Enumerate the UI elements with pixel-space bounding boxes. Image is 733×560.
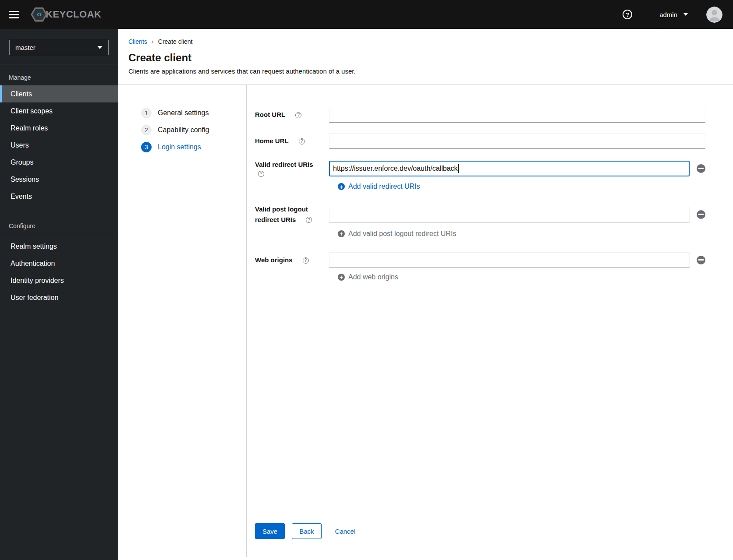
realm-selector[interactable]: master bbox=[9, 40, 109, 55]
save-button[interactable]: Save bbox=[255, 523, 285, 539]
add-valid-redirect-uris-button[interactable]: Add valid redirect URIs bbox=[338, 183, 420, 190]
root-url-label: Root URL bbox=[255, 111, 292, 118]
sidebar-item-events[interactable]: Events bbox=[0, 188, 118, 205]
breadcrumb-clients-link[interactable]: Clients bbox=[128, 38, 147, 45]
sidebar-item-realm-roles[interactable]: Realm roles bbox=[0, 120, 118, 137]
step-number: 2 bbox=[141, 125, 152, 135]
sidebar-item-authentication[interactable]: Authentication bbox=[0, 255, 118, 272]
valid-post-logout-redirect-uris-input[interactable] bbox=[329, 207, 690, 222]
user-dropdown[interactable]: admin bbox=[659, 11, 688, 18]
page-title: Create client bbox=[128, 52, 722, 64]
form-actions: Save Back Cancel bbox=[255, 506, 705, 539]
home-url-input[interactable] bbox=[329, 133, 705, 149]
keycloak-logo: ‹› KEYCLOAK bbox=[31, 7, 101, 22]
main-content: Clients › Create client Create client Cl… bbox=[118, 29, 733, 560]
sidebar-item-sessions[interactable]: Sessions bbox=[0, 171, 118, 188]
breadcrumb-separator-icon: › bbox=[152, 38, 154, 45]
step-number: 3 bbox=[141, 142, 152, 152]
brand-text: KEYCLOAK bbox=[46, 9, 101, 20]
chevron-down-icon bbox=[683, 13, 688, 16]
remove-redirect-uri-icon[interactable] bbox=[697, 164, 705, 173]
nav-group-title-manage: Manage bbox=[0, 64, 118, 85]
chevron-down-icon bbox=[97, 46, 103, 49]
remove-post-logout-uri-icon[interactable] bbox=[697, 210, 705, 219]
valid-redirect-uris-input[interactable]: https://issuer.enforce.dev/oauth/callbac… bbox=[329, 161, 690, 176]
text-cursor bbox=[458, 164, 459, 173]
help-icon[interactable]: ? bbox=[299, 138, 305, 144]
root-url-row: Root URL? bbox=[255, 107, 705, 123]
sidebar-item-users[interactable]: Users bbox=[0, 137, 118, 154]
help-icon[interactable]: ? bbox=[295, 112, 301, 118]
page-header: Clients › Create client Create client Cl… bbox=[118, 29, 733, 85]
plus-circle-icon bbox=[338, 230, 345, 237]
sidebar-item-realm-settings[interactable]: Realm settings bbox=[0, 238, 118, 255]
nav-section-manage: Manage Clients Client scopes Realm roles… bbox=[0, 64, 118, 205]
help-icon[interactable]: ? bbox=[306, 217, 312, 223]
sidebar-item-user-federation[interactable]: User federation bbox=[0, 289, 118, 306]
avatar[interactable] bbox=[706, 7, 722, 23]
remove-web-origin-icon[interactable] bbox=[697, 256, 705, 264]
home-url-label: Home URL bbox=[255, 137, 296, 144]
breadcrumb-current: Create client bbox=[158, 38, 193, 45]
nav-toggle-icon[interactable] bbox=[9, 11, 19, 18]
help-icon[interactable]: ? bbox=[303, 257, 309, 264]
plus-circle-icon bbox=[338, 274, 345, 281]
page-description: Clients are applications and services th… bbox=[128, 67, 722, 75]
valid-post-logout-redirect-uris-row: Valid post logout redirect URIs? Add val… bbox=[255, 204, 705, 239]
breadcrumb: Clients › Create client bbox=[128, 38, 722, 45]
valid-redirect-uris-row: Valid redirect URIs? https://issuer.enfo… bbox=[255, 159, 705, 192]
sidebar-item-groups[interactable]: Groups bbox=[0, 154, 118, 171]
realm-selector-value: master bbox=[15, 44, 35, 51]
masthead: ‹› KEYCLOAK ? admin bbox=[0, 0, 733, 29]
wizard-nav: 1 General settings 2 Capability config 3… bbox=[118, 85, 246, 557]
web-origins-input[interactable] bbox=[329, 252, 690, 268]
plus-circle-icon bbox=[338, 183, 345, 190]
sidebar: master Manage Clients Client scopes Real… bbox=[0, 29, 118, 560]
back-button[interactable]: Back bbox=[292, 523, 321, 539]
sidebar-item-clients[interactable]: Clients bbox=[0, 85, 118, 102]
login-settings-form: Root URL? Home URL? Valid redirect URIs? bbox=[246, 85, 733, 557]
web-origins-label: Web origins bbox=[255, 256, 300, 264]
help-icon[interactable]: ? bbox=[258, 171, 264, 177]
step-number: 1 bbox=[141, 108, 152, 118]
valid-redirect-uris-label: Valid redirect URIs bbox=[255, 161, 320, 168]
home-url-row: Home URL? bbox=[255, 133, 705, 149]
sidebar-item-identity-providers[interactable]: Identity providers bbox=[0, 272, 118, 289]
keycloak-logo-icon: ‹› bbox=[31, 7, 47, 22]
nav-section-configure: Configure Realm settings Authentication … bbox=[0, 205, 118, 306]
help-icon[interactable]: ? bbox=[623, 10, 632, 19]
add-valid-post-logout-redirect-uris-button[interactable]: Add valid post logout redirect URIs bbox=[338, 230, 456, 238]
sidebar-divider bbox=[0, 234, 118, 234]
cancel-button[interactable]: Cancel bbox=[328, 523, 363, 539]
valid-post-logout-redirect-uris-label: Valid post logout redirect URIs bbox=[255, 205, 308, 223]
add-web-origins-button[interactable]: Add web origins bbox=[338, 273, 398, 281]
wizard-step-capability-config[interactable]: 2 Capability config bbox=[141, 125, 246, 135]
nav-group-title-configure: Configure bbox=[0, 205, 118, 234]
root-url-input[interactable] bbox=[329, 107, 705, 123]
web-origins-row: Web origins? Add web origins bbox=[255, 252, 705, 282]
sidebar-item-client-scopes[interactable]: Client scopes bbox=[0, 102, 118, 120]
wizard-step-general-settings[interactable]: 1 General settings bbox=[141, 108, 246, 118]
avatar-icon bbox=[706, 7, 722, 23]
username: admin bbox=[659, 11, 677, 18]
wizard-step-login-settings[interactable]: 3 Login settings bbox=[141, 142, 246, 152]
